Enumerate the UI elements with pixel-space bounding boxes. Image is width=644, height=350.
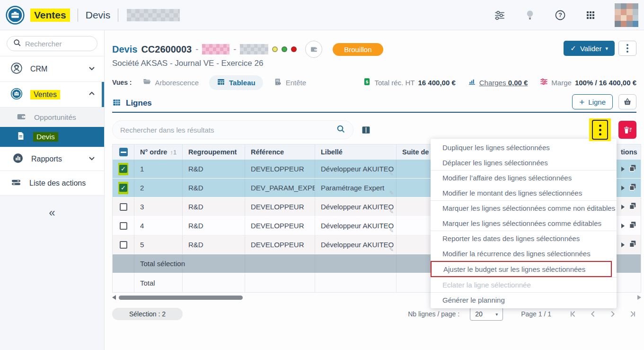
validate-button[interactable]: ✓ Valider ▾ [564, 41, 615, 56]
header-kebab-menu-button[interactable] [618, 41, 636, 56]
sidebar-item-devis[interactable]: Devis [0, 127, 104, 147]
edit-icon[interactable]: ✎ [389, 209, 394, 215]
expand-icon[interactable] [621, 224, 625, 228]
selection-count-badge: Sélection : 2 [112, 308, 183, 320]
grid-icon [112, 98, 121, 109]
tab-arborescence[interactable]: Arborescence [142, 77, 199, 88]
duplicate-icon[interactable] [628, 164, 637, 174]
expand-icon[interactable] [621, 186, 625, 190]
sidebar-item-opportunites[interactable]: Opportunités [0, 107, 104, 127]
tab-label: Arborescence [155, 79, 199, 87]
sidebar-collapse-button[interactable]: « [0, 206, 104, 219]
per-page-select[interactable]: 20 ▾ [470, 307, 503, 321]
search-icon[interactable] [336, 124, 345, 135]
menu-item[interactable]: Marquer les lignes sélectionnées comme é… [431, 215, 617, 231]
menu-item[interactable]: Reporter les dates des lignes sélectionn… [431, 231, 617, 246]
lightbulb-icon[interactable] [524, 9, 536, 21]
menu-item[interactable]: Générer le planning [431, 292, 617, 307]
col-header-libelle[interactable]: Libellé [315, 144, 397, 160]
row-checkbox[interactable] [120, 241, 127, 249]
sidebar-search[interactable] [7, 36, 97, 51]
per-page-value: 20 [475, 310, 483, 318]
app-window: Ventes Devis ? [0, 0, 644, 350]
sidebar-item-label: Liste des actions [29, 179, 86, 188]
status-dot-green [282, 46, 287, 52]
menu-item[interactable]: Modifier l’affaire des lignes sélectionn… [431, 170, 617, 185]
row-checkbox-checked[interactable]: ✓ [119, 165, 127, 173]
sidebar-item-ventes[interactable]: Ventes [0, 81, 104, 107]
row-checkbox-checked[interactable]: ✓ [119, 184, 127, 192]
charges-label: Charges [479, 79, 506, 87]
results-search[interactable] [112, 120, 353, 139]
edit-icon[interactable]: ✎ [389, 190, 394, 196]
basket-button[interactable] [618, 94, 636, 109]
total-rec-value: 16 400,00 € [418, 79, 456, 87]
menu-item[interactable]: Modifier le montant des lignes sélection… [431, 185, 617, 200]
prev-page-button[interactable] [589, 310, 597, 318]
col-header-ordre[interactable]: N° ordre↑1 [134, 144, 183, 160]
row-checkbox[interactable] [120, 203, 127, 211]
cell-actions [615, 160, 641, 178]
marge-label: Marge [551, 79, 572, 87]
add-line-button[interactable]: + Ligne [572, 94, 613, 109]
edit-icon[interactable]: ✎ [389, 171, 394, 177]
marge-value: 100% / 16 400,00 € [575, 79, 636, 87]
scrollbar-thumb[interactable] [119, 296, 243, 300]
menu-item[interactable]: Modifier la récurrence des lignes sélect… [431, 246, 617, 261]
scroll-right-arrow[interactable] [637, 295, 641, 300]
column-picker-icon[interactable] [361, 125, 371, 135]
views-label: Vues : [112, 79, 132, 86]
sidebar-item-liste-des-actions[interactable]: Liste des actions [0, 171, 104, 195]
apps-grid-icon[interactable] [584, 9, 597, 21]
duplicate-icon[interactable] [628, 183, 637, 193]
sidebar-item-label: CRM [30, 65, 47, 73]
money-icon: $ [363, 78, 371, 87]
cell-libelle: Développeur AKUITEO✎ [315, 216, 397, 235]
edit-icon[interactable]: ✎ [389, 228, 394, 234]
next-page-button[interactable] [609, 310, 617, 318]
col-header-actions-partial[interactable]: tions [615, 144, 641, 160]
col-header-reference[interactable]: Référence [245, 144, 315, 160]
app-logo-briefcase-icon[interactable] [6, 6, 25, 25]
first-page-button[interactable] [569, 310, 577, 318]
header-doc-icon [273, 78, 282, 88]
tab-tableau[interactable]: Tableau [209, 75, 263, 90]
help-icon[interactable]: ? [554, 9, 566, 21]
expand-icon[interactable] [621, 167, 625, 171]
row-checkbox[interactable] [120, 222, 127, 230]
total-rec-label: Total réc. HT [374, 79, 415, 87]
breadcrumb-module[interactable]: Ventes [30, 9, 70, 22]
user-avatar[interactable] [615, 3, 638, 27]
menu-item[interactable]: Déplacer les lignes sélectionnées [431, 155, 617, 170]
expand-icon[interactable] [621, 242, 625, 247]
breadcrumb-divider [118, 9, 118, 22]
delete-lines-button[interactable] [618, 121, 636, 139]
preferences-sliders-icon[interactable] [494, 9, 506, 21]
sidebar-item-crm[interactable]: CRM [0, 56, 104, 81]
menu-item[interactable]: Dupliquer les lignes sélectionnées [431, 140, 617, 155]
breadcrumb-section[interactable]: Devis [86, 9, 111, 21]
tab-entete[interactable]: Entête [273, 78, 306, 88]
charges-link[interactable]: Charges 0,00 € [479, 79, 528, 87]
edit-icon[interactable]: ✎ [389, 247, 394, 253]
duplicate-icon[interactable] [628, 240, 637, 250]
sidebar-item-label: Opportunités [34, 113, 76, 122]
col-header-regroupement[interactable]: Regroupement [183, 144, 245, 160]
results-search-input[interactable] [120, 126, 336, 134]
scroll-left-arrow[interactable] [112, 295, 116, 300]
lines-kebab-menu-button[interactable] [592, 120, 608, 140]
sidebar-search-input[interactable] [25, 40, 87, 48]
margin-sliders-icon [540, 78, 548, 87]
sidebar-item-rapports[interactable]: Rapports [0, 147, 104, 171]
menu-item[interactable]: Marquer les lignes sélectionnées comme n… [431, 200, 617, 215]
wallet-button[interactable] [305, 41, 322, 58]
cell-actions [615, 179, 641, 197]
last-page-button[interactable] [629, 310, 636, 318]
menu-item-ajuster-budget-annotated[interactable]: Ajuster le budget sur les lignes sélecti… [431, 261, 612, 277]
select-all-checkbox[interactable] [119, 148, 128, 156]
duplicate-icon[interactable] [628, 221, 637, 231]
redacted-reference [240, 44, 268, 54]
lines-title: Lignes [126, 99, 152, 108]
duplicate-icon[interactable] [628, 202, 637, 212]
expand-icon[interactable] [621, 205, 625, 209]
